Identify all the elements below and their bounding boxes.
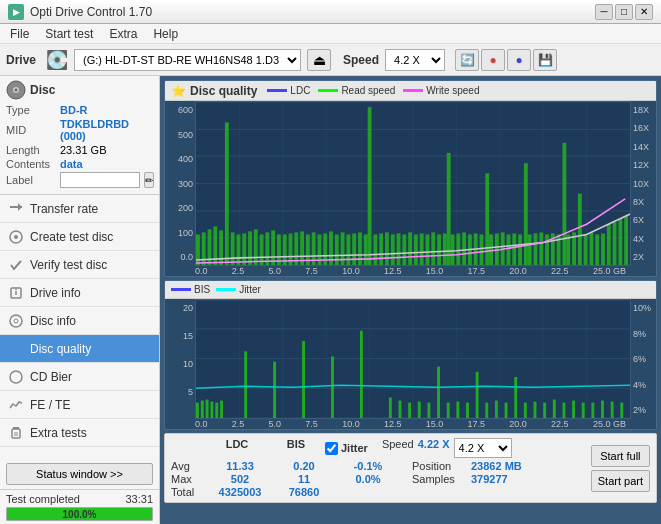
close-button[interactable]: ✕: [635, 4, 653, 20]
start-part-button[interactable]: Start part: [591, 470, 650, 492]
length-value: 23.31 GB: [60, 144, 106, 156]
speed-select[interactable]: 4.2 X: [385, 49, 445, 71]
sidebar-item-extra-tests[interactable]: Extra tests: [0, 419, 159, 447]
bis-body: 20 15 10 5: [165, 299, 656, 419]
ldc-legend-label: LDC: [290, 85, 310, 96]
chart-area-top: [195, 101, 631, 266]
status-window-button[interactable]: Status window >>: [6, 463, 153, 485]
sidebar-item-disc-info[interactable]: Disc info: [0, 307, 159, 335]
progress-area: Test completed 33:31 100.0%: [0, 489, 159, 524]
svg-rect-43: [248, 231, 252, 265]
label-edit-button[interactable]: ✏: [144, 172, 154, 188]
avg-jitter: -0.1%: [338, 460, 398, 472]
svg-rect-133: [302, 341, 305, 418]
jitter-checkbox[interactable]: [325, 442, 338, 455]
max-ldc: 502: [210, 473, 270, 485]
scan-button[interactable]: ●: [481, 49, 505, 71]
svg-rect-63: [358, 232, 362, 265]
drive-icon: 💽: [46, 49, 68, 71]
svg-rect-157: [591, 403, 594, 418]
menu-extra[interactable]: Extra: [103, 26, 143, 42]
menu-help[interactable]: Help: [147, 26, 184, 42]
svg-rect-105: [595, 234, 599, 265]
svg-rect-65: [373, 234, 377, 265]
sidebar-item-disc-quality[interactable]: Disc quality: [0, 335, 159, 363]
disc-contents-row: Contents data: [6, 158, 153, 170]
svg-rect-147: [495, 401, 498, 418]
max-row: Max 502 11 0.0% Samples 379277: [171, 473, 583, 485]
avg-ldc: 11.33: [210, 460, 270, 472]
fe-te-label: FE / TE: [30, 398, 70, 412]
avg-label: Avg: [171, 460, 206, 472]
position-val: 23862 MB: [471, 460, 522, 472]
svg-rect-132: [273, 362, 276, 418]
svg-rect-150: [524, 403, 527, 418]
disc-section-title: Disc: [30, 83, 55, 97]
sidebar: Disc Type BD-R MID TDKBLDRBD (000) Lengt…: [0, 76, 160, 524]
type-value: BD-R: [60, 104, 88, 116]
minimize-button[interactable]: ─: [595, 4, 613, 20]
svg-rect-83: [456, 233, 460, 265]
bis-color: [171, 288, 191, 291]
svg-rect-149: [514, 377, 517, 418]
stats-area: LDC BIS Jitter Speed 4.22 X 4.2 X A: [164, 433, 657, 503]
start-full-button[interactable]: Start full: [591, 445, 650, 467]
svg-rect-140: [427, 403, 430, 418]
eject-button[interactable]: ⏏: [307, 49, 331, 71]
total-ldc: 4325003: [210, 486, 270, 498]
progress-text: 100.0%: [63, 509, 97, 520]
speed-stat-select[interactable]: 4.2 X: [454, 438, 512, 458]
x-axis-labels-bis: 0.0 2.5 5.0 7.5 10.0 12.5 15.0 17.5 20.0…: [165, 419, 656, 429]
bis-legend-item: BIS: [171, 284, 210, 295]
svg-rect-130: [220, 401, 223, 418]
menu-file[interactable]: File: [4, 26, 35, 42]
sidebar-item-transfer-rate[interactable]: Transfer rate: [0, 195, 159, 223]
chart-area-bis: [195, 299, 631, 419]
write-speed-legend-color: [403, 89, 423, 92]
maximize-button[interactable]: □: [615, 4, 633, 20]
progress-bar: 100.0%: [6, 507, 153, 521]
disc-mid-row: MID TDKBLDRBD (000): [6, 118, 153, 142]
svg-rect-142: [447, 403, 450, 418]
verify-test-disc-icon: [8, 257, 24, 273]
bis-header: BIS Jitter: [165, 281, 656, 299]
svg-rect-82: [451, 234, 455, 265]
menu-starttest[interactable]: Start test: [39, 26, 99, 42]
svg-rect-125: [196, 403, 199, 418]
total-row: Total 4325003 76860: [171, 486, 583, 498]
sidebar-item-verify-test-disc[interactable]: Verify test disc: [0, 251, 159, 279]
drivebar: Drive 💽 (G:) HL-DT-ST BD-RE WH16NS48 1.D…: [0, 44, 661, 76]
sidebar-item-fe-te[interactable]: FE / TE: [0, 391, 159, 419]
svg-rect-141: [437, 367, 440, 418]
read-speed-legend-color: [318, 89, 338, 92]
svg-rect-74: [524, 163, 528, 265]
svg-rect-79: [431, 232, 435, 265]
chart-icon: ⭐: [171, 84, 186, 98]
samples-val: 379277: [471, 473, 508, 485]
svg-rect-87: [480, 234, 484, 265]
drive-select[interactable]: (G:) HL-DT-ST BD-RE WH16NS48 1.D3: [74, 49, 301, 71]
transfer-rate-icon: [8, 201, 24, 217]
sidebar-item-cd-bier[interactable]: CD Bier: [0, 363, 159, 391]
cd-bier-icon: [8, 369, 24, 385]
svg-rect-69: [397, 233, 401, 265]
disc-label-row: Label ✏: [6, 172, 153, 188]
svg-rect-39: [225, 122, 229, 265]
save-button[interactable]: 💾: [533, 49, 557, 71]
sidebar-item-drive-info[interactable]: Drive info: [0, 279, 159, 307]
label-input[interactable]: [60, 172, 140, 188]
sidebar-item-create-test-disc[interactable]: Create test disc: [0, 223, 159, 251]
stats-table: LDC BIS Jitter Speed 4.22 X 4.2 X A: [171, 438, 583, 498]
svg-rect-100: [566, 234, 570, 265]
svg-rect-80: [437, 234, 441, 265]
refresh-button[interactable]: 🔄: [455, 49, 479, 71]
svg-rect-75: [562, 143, 566, 265]
svg-rect-71: [408, 232, 412, 265]
col-bis: BIS: [271, 438, 321, 458]
fe-te-icon: [8, 397, 24, 413]
bis-legend: BIS Jitter: [171, 284, 261, 295]
svg-rect-62: [352, 233, 356, 265]
svg-rect-77: [420, 233, 424, 265]
svg-rect-158: [601, 401, 604, 418]
write-button[interactable]: ●: [507, 49, 531, 71]
